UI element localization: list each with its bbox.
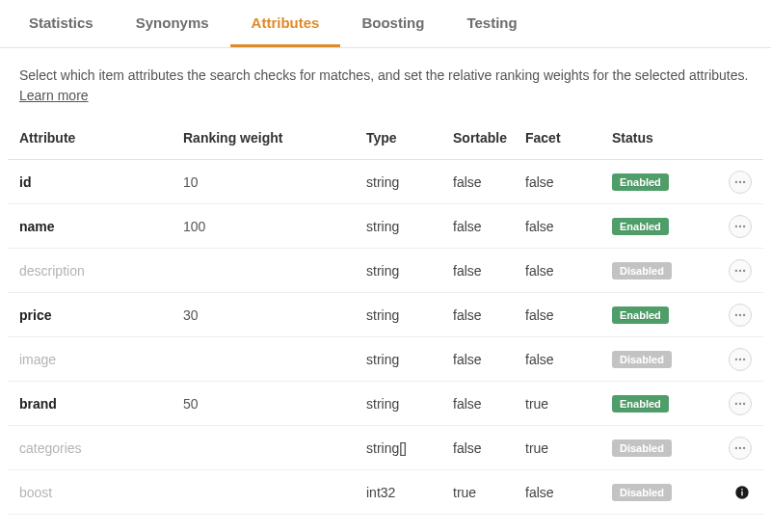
- svg-point-2: [743, 180, 745, 182]
- col-header-attribute: Attribute: [19, 130, 183, 146]
- cell-facet: false: [525, 263, 612, 279]
- cell-action: [713, 437, 752, 460]
- cell-attribute: name: [19, 219, 183, 234]
- svg-point-14: [743, 358, 745, 359]
- cell-sortable: false: [453, 440, 525, 456]
- more-icon: [733, 308, 747, 322]
- tab-synonyms[interactable]: Synonyms: [115, 1, 230, 47]
- cell-action: [713, 171, 752, 194]
- info-icon[interactable]: [732, 483, 752, 502]
- table-row: price30stringfalsefalseEnabled: [8, 293, 763, 337]
- svg-point-6: [735, 269, 737, 271]
- col-header-status: Status: [612, 130, 713, 146]
- cell-attribute: brand: [19, 396, 183, 412]
- more-icon: [733, 220, 747, 233]
- tab-statistics[interactable]: Statistics: [8, 1, 115, 47]
- more-button[interactable]: [729, 259, 752, 282]
- cell-action: [713, 259, 752, 282]
- more-icon: [733, 353, 747, 366]
- cell-attribute: image: [19, 352, 183, 367]
- table-row: id10stringfalsefalseEnabled: [8, 160, 763, 204]
- table-row: boostint32truefalseDisabled: [8, 470, 763, 515]
- cell-attribute: description: [19, 263, 183, 279]
- table-row: name100stringfalsefalseEnabled: [8, 204, 763, 249]
- cell-sortable: false: [453, 307, 525, 323]
- cell-sortable: false: [453, 174, 525, 190]
- cell-status: Disabled: [612, 439, 713, 457]
- learn-more-link[interactable]: Learn more: [19, 88, 89, 103]
- svg-point-4: [739, 225, 741, 226]
- svg-rect-23: [741, 489, 742, 490]
- svg-point-9: [735, 313, 737, 315]
- more-icon: [733, 397, 747, 411]
- cell-facet: true: [525, 396, 612, 412]
- table-header: Attribute Ranking weight Type Sortable F…: [8, 116, 763, 160]
- cell-facet: false: [525, 307, 612, 323]
- cell-sortable: false: [453, 396, 525, 412]
- more-icon: [733, 264, 747, 278]
- col-header-type: Type: [366, 130, 453, 146]
- tab-testing[interactable]: Testing: [445, 1, 538, 47]
- tab-boosting[interactable]: Boosting: [340, 1, 445, 47]
- svg-point-12: [735, 358, 737, 359]
- cell-sortable: false: [453, 263, 525, 279]
- cell-status: Disabled: [612, 351, 713, 368]
- cell-facet: false: [525, 352, 612, 367]
- cell-status: Disabled: [612, 484, 713, 501]
- table-row: brand50stringfalsetrueEnabled: [8, 382, 763, 426]
- cell-type: string[]: [366, 440, 453, 456]
- status-badge-disabled: Disabled: [612, 439, 672, 457]
- svg-point-20: [743, 446, 745, 448]
- svg-point-17: [743, 402, 745, 404]
- more-button[interactable]: [729, 215, 752, 238]
- col-header-weight: Ranking weight: [183, 130, 366, 146]
- cell-type: string: [366, 396, 453, 412]
- svg-rect-22: [741, 491, 742, 495]
- cell-status: Enabled: [612, 173, 713, 191]
- svg-point-10: [739, 313, 741, 315]
- more-button[interactable]: [729, 392, 752, 415]
- intro-text: Select which item attributes the search …: [0, 48, 771, 116]
- cell-type: string: [366, 174, 453, 190]
- cell-facet: false: [525, 219, 612, 234]
- intro-description: Select which item attributes the search …: [19, 67, 748, 83]
- more-button[interactable]: [729, 304, 752, 327]
- cell-attribute: categories: [19, 440, 183, 456]
- status-badge-disabled: Disabled: [612, 262, 672, 279]
- svg-point-11: [743, 313, 745, 315]
- more-icon: [733, 175, 747, 189]
- col-header-facet: Facet: [525, 130, 612, 146]
- status-badge-enabled: Enabled: [612, 218, 669, 235]
- svg-point-0: [735, 180, 737, 182]
- cell-sortable: false: [453, 219, 525, 234]
- cell-action: [713, 392, 752, 415]
- more-icon: [733, 441, 747, 455]
- attributes-table: Attribute Ranking weight Type Sortable F…: [0, 116, 771, 515]
- more-button[interactable]: [729, 348, 752, 371]
- cell-facet: false: [525, 485, 612, 500]
- cell-action: [713, 215, 752, 238]
- cell-status: Disabled: [612, 262, 713, 279]
- cell-status: Enabled: [612, 306, 713, 324]
- svg-point-8: [743, 269, 745, 271]
- cell-weight: 30: [183, 307, 366, 323]
- cell-weight: 100: [183, 219, 366, 234]
- cell-status: Enabled: [612, 395, 713, 412]
- table-row: descriptionstringfalsefalseDisabled: [8, 249, 763, 293]
- svg-point-15: [735, 402, 737, 404]
- cell-facet: true: [525, 440, 612, 456]
- cell-sortable: false: [453, 352, 525, 367]
- cell-weight: 10: [183, 174, 366, 190]
- cell-sortable: true: [453, 485, 525, 500]
- cell-type: string: [366, 352, 453, 367]
- col-header-sortable: Sortable: [453, 130, 525, 146]
- more-button[interactable]: [729, 437, 752, 460]
- cell-attribute: id: [19, 174, 183, 190]
- cell-attribute: boost: [19, 485, 183, 500]
- svg-point-7: [739, 269, 741, 271]
- cell-facet: false: [525, 174, 612, 190]
- more-button[interactable]: [729, 171, 752, 194]
- status-badge-enabled: Enabled: [612, 306, 669, 324]
- status-badge-enabled: Enabled: [612, 395, 669, 412]
- tab-attributes[interactable]: Attributes: [230, 1, 341, 47]
